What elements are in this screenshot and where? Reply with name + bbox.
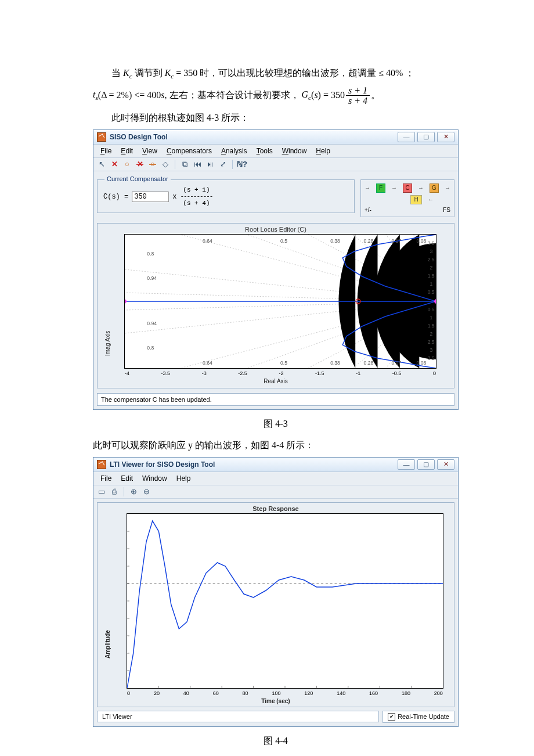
xtick: 80	[243, 690, 248, 696]
menu-view[interactable]: View	[138, 146, 162, 156]
xtick: 180	[402, 690, 410, 696]
zoom-in-y-icon[interactable]: ⏯	[205, 160, 215, 169]
svg-text:0.5: 0.5	[428, 307, 435, 312]
maximize-button[interactable]: ▢	[417, 459, 435, 470]
svg-text:2: 2	[430, 331, 432, 337]
xtick: 160	[369, 690, 378, 696]
lti-title: LTI Viewer for SISO Design Tool	[110, 460, 215, 469]
menu-tools[interactable]: Tools	[252, 146, 277, 156]
siso-menubar: File Edit View Compensators Analysis Too…	[93, 145, 458, 158]
root-locus-plot[interactable]: 0.64 0.5 0.38 0.28 0.17 0.08 0.64 0.5 0.…	[124, 234, 436, 369]
zoom-in-icon[interactable]: ⊕	[129, 487, 138, 496]
times-symbol: x	[172, 193, 176, 201]
lti-toolbar: ▭ ⎙ ⊕ ⊖	[93, 485, 458, 499]
lti-window: LTI Viewer for SISO Design Tool — ▢ ✕ Fi…	[93, 457, 459, 727]
lti-menubar: File Edit Window Help	[93, 472, 458, 485]
add-complex-zero-icon[interactable]: ○	[148, 160, 157, 169]
block-H: H	[410, 195, 422, 204]
svg-text:0.08: 0.08	[417, 360, 427, 366]
xtick: 200	[434, 690, 443, 696]
figure-4-4-caption: 图 4-4	[93, 735, 459, 747]
menu-edit[interactable]: Edit	[116, 473, 138, 484]
close-button[interactable]: ✕	[437, 132, 454, 142]
maximize-button[interactable]: ▢	[417, 132, 435, 142]
step-response-panel: Step Response Amplitude 0 5	[97, 502, 454, 707]
svg-text:0.17: 0.17	[391, 238, 401, 244]
svg-text:2.5: 2.5	[428, 339, 435, 345]
cs-label: C(s) =	[103, 193, 128, 201]
y-axis-label: Imag Axis	[104, 330, 111, 355]
block-F: F	[376, 183, 385, 193]
paragraph-2: ts(Δ = 2%) <= 400s, 左右；基本符合设计最初要求， Gc(s)…	[93, 85, 459, 106]
svg-text:3: 3	[430, 347, 432, 353]
svg-text:0.28: 0.28	[364, 360, 374, 366]
svg-text:2: 2	[430, 265, 432, 271]
zoom-out-icon[interactable]: ⊖	[142, 487, 151, 496]
zoom-box-icon[interactable]: ⧉	[180, 160, 189, 169]
checkbox-icon[interactable]: ✔	[388, 713, 395, 721]
add-pole-icon[interactable]: ✕	[110, 160, 119, 169]
xtick: -3	[202, 370, 207, 376]
print-icon[interactable]: ⎙	[110, 487, 119, 496]
svg-text:0.38: 0.38	[330, 238, 340, 244]
xtick: 60	[213, 690, 219, 696]
toolbar-separator	[124, 487, 124, 496]
svg-text:3: 3	[430, 249, 432, 254]
svg-text:0.28: 0.28	[364, 238, 374, 244]
figure-4-3-caption: 图 4-3	[93, 418, 459, 430]
svg-text:1: 1	[430, 281, 432, 287]
help-icon[interactable]: ℕ?	[237, 160, 247, 169]
siso-titlebar: SISO Design Tool — ▢ ✕	[93, 130, 458, 145]
menu-file[interactable]: File	[96, 473, 116, 484]
new-icon[interactable]: ▭	[97, 487, 106, 496]
step-response-plot[interactable]: 0 5 10 15 20 25 30 35 40 45 50	[127, 513, 443, 689]
gain-input[interactable]: 350	[132, 192, 169, 202]
menu-help[interactable]: Help	[172, 473, 196, 484]
menu-edit[interactable]: Edit	[116, 146, 138, 156]
x-axis-label: Time (sec)	[98, 698, 454, 704]
svg-text:3.5: 3.5	[428, 355, 435, 361]
svg-text:0.08: 0.08	[417, 238, 427, 244]
block-C: C	[403, 183, 412, 193]
add-zero-icon[interactable]: ○	[122, 160, 132, 169]
svg-text:2.5: 2.5	[428, 257, 435, 262]
menu-window[interactable]: Window	[277, 146, 312, 156]
siso-toolbar: ↖ ✕ ○ ✕ ○ ◇ ⧉ ⏮ ⏯ ⤢ ℕ?	[93, 158, 458, 171]
menu-analysis[interactable]: Analysis	[217, 146, 252, 156]
siso-title: SISO Design Tool	[110, 133, 168, 141]
pointer-icon[interactable]: ↖	[97, 160, 106, 169]
menu-window[interactable]: Window	[138, 473, 172, 484]
lti-statusbar: LTI Viewer	[97, 711, 379, 722]
xtick: -2	[279, 370, 283, 376]
svg-text:1.5: 1.5	[428, 273, 435, 279]
paragraph-3: 此时得到的根轨迹如图 4-3 所示：	[93, 109, 459, 127]
xtick: -4	[125, 370, 129, 376]
xtick: 40	[183, 690, 189, 696]
zoom-in-x-icon[interactable]: ⏮	[193, 160, 202, 169]
zoom-out-icon[interactable]: ⤢	[218, 160, 228, 169]
eraser-icon[interactable]: ◇	[161, 160, 170, 169]
matlab-icon	[97, 132, 106, 142]
xtick: -0.5	[392, 370, 402, 376]
svg-text:0.94: 0.94	[147, 275, 157, 281]
svg-text:3.5: 3.5	[428, 240, 435, 246]
menu-compensators[interactable]: Compensators	[162, 146, 217, 156]
minimize-button[interactable]: —	[398, 132, 415, 142]
rtu-label: Real-Time Update	[398, 713, 449, 720]
panel-legend: Current Compensator	[104, 175, 171, 182]
minimize-button[interactable]: —	[398, 459, 415, 470]
toolbar-separator	[232, 160, 233, 169]
add-complex-pole-icon[interactable]: ✕	[135, 160, 145, 169]
block-diagram-panel[interactable]: → F → C → G → H ← +/- F	[360, 179, 454, 217]
paragraph-5: 此时可以观察阶跃响应 y 的输出波形，如图 4-4 所示：	[93, 436, 459, 455]
xtick: 100	[272, 690, 280, 696]
svg-text:0.5: 0.5	[428, 289, 435, 295]
menu-help[interactable]: Help	[311, 146, 335, 156]
lti-titlebar: LTI Viewer for SISO Design Tool — ▢ ✕	[93, 458, 458, 472]
close-button[interactable]: ✕	[437, 459, 454, 470]
svg-text:0.8: 0.8	[147, 251, 154, 257]
siso-window: SISO Design Tool — ▢ ✕ File Edit View Co…	[93, 129, 459, 410]
real-time-update[interactable]: ✔ Real-Time Update	[383, 711, 454, 723]
root-locus-panel: Root Locus Editor (C) Imag Axis	[97, 223, 454, 388]
menu-file[interactable]: File	[96, 146, 116, 156]
